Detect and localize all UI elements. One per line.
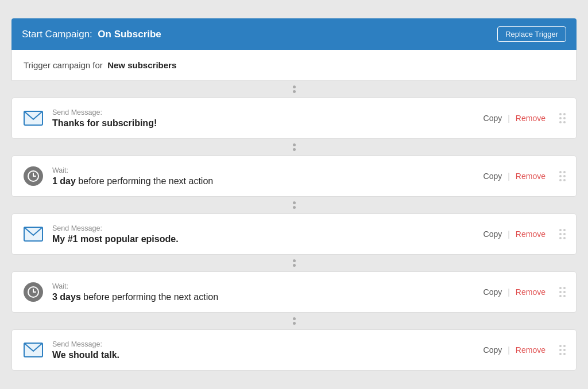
step-title-4: 3 days before performing the next action bbox=[52, 292, 480, 302]
drag-handle-3[interactable] bbox=[559, 229, 566, 239]
replace-trigger-button[interactable]: Replace Trigger bbox=[497, 26, 566, 42]
drag-handle-1[interactable] bbox=[559, 113, 566, 123]
connector-3 bbox=[11, 197, 577, 213]
header-bar: Start Campaign: On Subscribe Replace Tri… bbox=[11, 18, 577, 50]
step-card-5: Send Message: We should talk. Copy | Rem… bbox=[11, 329, 577, 371]
separator-3: | bbox=[508, 229, 510, 239]
separator-4: | bbox=[508, 287, 510, 297]
email-icon-5 bbox=[22, 339, 44, 361]
step-label-2: Wait: bbox=[52, 166, 480, 174]
copy-button-2[interactable]: Copy bbox=[480, 169, 506, 183]
campaign-title: Start Campaign: On Subscribe bbox=[22, 29, 161, 40]
step-title-2: 1 day before performing the next action bbox=[52, 176, 480, 186]
email-icon-3 bbox=[22, 223, 44, 245]
separator-1: | bbox=[508, 114, 510, 123]
title-bold: On Subscribe bbox=[98, 29, 161, 40]
connector-2 bbox=[11, 139, 577, 155]
email-icon-1 bbox=[22, 107, 44, 129]
drag-handle-2[interactable] bbox=[559, 171, 566, 181]
step-card-1: Send Message: Thanks for subscribing! Co… bbox=[11, 98, 577, 139]
copy-button-1[interactable]: Copy bbox=[480, 111, 506, 125]
drag-handle-4[interactable] bbox=[559, 287, 566, 297]
step-title-bold-2: 1 day bbox=[52, 176, 76, 186]
step-content-3: Send Message: My #1 most popular episode… bbox=[52, 224, 480, 244]
step-title-3: My #1 most popular episode. bbox=[52, 234, 480, 244]
trigger-text-bold: New subscribers bbox=[107, 60, 176, 70]
remove-button-2[interactable]: Remove bbox=[512, 169, 549, 183]
connector-4 bbox=[11, 255, 577, 271]
step-title-plain-2: before performing the next action bbox=[76, 176, 213, 186]
campaign-container: Start Campaign: On Subscribe Replace Tri… bbox=[11, 18, 577, 371]
step-actions-1: Copy | Remove bbox=[480, 111, 549, 125]
step-label-4: Wait: bbox=[52, 282, 480, 290]
step-content-4: Wait: 3 days before performing the next … bbox=[52, 282, 480, 302]
step-label-3: Send Message: bbox=[52, 224, 480, 232]
separator-5: | bbox=[508, 345, 510, 355]
remove-button-5[interactable]: Remove bbox=[512, 343, 549, 357]
step-content-2: Wait: 1 day before performing the next a… bbox=[52, 166, 480, 186]
step-title-plain-4: before performing the next action bbox=[81, 292, 218, 302]
step-actions-2: Copy | Remove bbox=[480, 169, 549, 183]
trigger-text-prefix: Trigger campaign for bbox=[24, 60, 103, 70]
step-title-bold-3: My #1 most popular episode. bbox=[52, 234, 179, 244]
step-label-1: Send Message: bbox=[52, 108, 480, 116]
remove-button-1[interactable]: Remove bbox=[512, 111, 549, 125]
clock-icon-2 bbox=[22, 165, 44, 187]
step-title-bold-4: 3 days bbox=[52, 292, 81, 302]
connector-5 bbox=[11, 313, 577, 329]
copy-button-3[interactable]: Copy bbox=[480, 227, 506, 241]
separator-2: | bbox=[508, 172, 510, 181]
copy-button-4[interactable]: Copy bbox=[480, 285, 506, 299]
step-actions-5: Copy | Remove bbox=[480, 343, 549, 357]
step-card-3: Send Message: My #1 most popular episode… bbox=[11, 213, 577, 255]
remove-button-4[interactable]: Remove bbox=[512, 285, 549, 299]
clock-icon-4 bbox=[22, 281, 44, 303]
step-title-bold-5: We should talk. bbox=[52, 350, 119, 360]
connector-1 bbox=[11, 81, 577, 98]
title-prefix: Start Campaign: bbox=[22, 29, 92, 40]
step-card-4: Wait: 3 days before performing the next … bbox=[11, 271, 577, 313]
step-label-5: Send Message: bbox=[52, 340, 480, 348]
trigger-card: Trigger campaign for New subscribers bbox=[11, 50, 577, 81]
step-actions-4: Copy | Remove bbox=[480, 285, 549, 299]
step-title-1: Thanks for subscribing! bbox=[52, 118, 480, 129]
step-content-5: Send Message: We should talk. bbox=[52, 340, 480, 360]
step-actions-3: Copy | Remove bbox=[480, 227, 549, 241]
step-card-2: Wait: 1 day before performing the next a… bbox=[11, 155, 577, 197]
drag-handle-5[interactable] bbox=[559, 345, 566, 355]
step-title-bold-1: Thanks for subscribing! bbox=[52, 118, 157, 128]
step-content-1: Send Message: Thanks for subscribing! bbox=[52, 108, 480, 129]
copy-button-5[interactable]: Copy bbox=[480, 343, 506, 357]
step-title-5: We should talk. bbox=[52, 350, 480, 360]
remove-button-3[interactable]: Remove bbox=[512, 227, 549, 241]
